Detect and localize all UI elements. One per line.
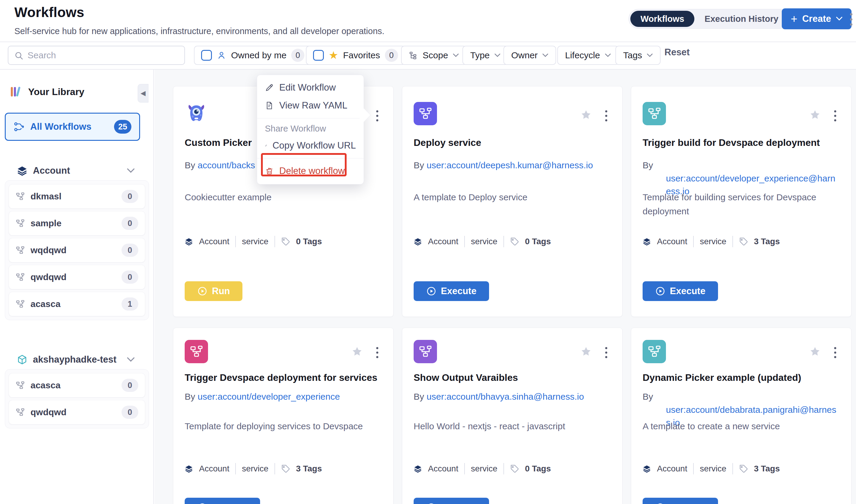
filter-favorites[interactable]: ★ Favorites 0 (306, 46, 405, 65)
sidebar-item-qwdqwd[interactable]: qwdqwd 0 (9, 265, 145, 289)
card-action-button[interactable]: Run (185, 281, 242, 301)
view-toggle: Workflows Execution History (629, 9, 790, 29)
card-footer: Account service 0 Tags (414, 236, 611, 247)
card-footer: Account service 0 Tags (185, 236, 382, 247)
author-link[interactable]: account/backs (198, 160, 255, 170)
card-scope: Account (428, 464, 458, 473)
create-button[interactable]: + Create (782, 8, 852, 29)
page-subtitle: Self-service hub for new applications, i… (14, 26, 384, 36)
filter-owned-by-me[interactable]: Owned by me 0 (194, 46, 312, 65)
filter-dropdown-scope[interactable]: Scope (401, 46, 467, 65)
tab-workflows[interactable]: Workflows (630, 11, 695, 27)
all-workflows-label: All Workflows (30, 121, 109, 132)
reset-button[interactable]: Reset (665, 47, 689, 58)
filter-dropdown-tags[interactable]: Tags (615, 46, 661, 65)
author-link[interactable]: user:account/deepesh.kumar@harness.io (427, 160, 593, 170)
checkbox[interactable] (201, 50, 212, 61)
favorite-star-icon[interactable] (809, 109, 821, 121)
by-prefix: By (414, 160, 424, 170)
card-description: Template for building services for Devsp… (643, 191, 839, 218)
header-kebab-menu[interactable] (850, 13, 852, 26)
card-action-button[interactable]: Execute (414, 498, 489, 504)
sidebar-group-header[interactable]: Account (0, 161, 154, 180)
card-action-button[interactable]: Execute (643, 498, 718, 504)
person-icon (217, 51, 226, 60)
sidebar-item-acasca[interactable]: acasca 1 (9, 292, 145, 316)
card-kebab-menu[interactable] (833, 346, 837, 359)
divider (274, 236, 275, 247)
author-link[interactable]: user:account/bhavya.sinha@harness.io (427, 392, 584, 401)
menu-item-edit-workflow[interactable]: Edit Workflow (257, 78, 364, 96)
favorite-star-icon[interactable] (580, 346, 592, 357)
workflow-card-5[interactable]: Show Output Varaibles By user:account/bh… (402, 328, 622, 504)
chevron-down-icon (605, 54, 611, 57)
search-input[interactable] (28, 47, 177, 64)
menu-item-view-raw-yaml[interactable]: View Raw YAML (257, 96, 364, 114)
filter-dropdown-owner[interactable]: Owner (503, 46, 556, 65)
tag-icon (281, 237, 290, 246)
card-description: Template for deploying services to Devsp… (185, 419, 381, 433)
divider (274, 463, 275, 474)
scope-icon (409, 51, 418, 60)
checkbox[interactable] (313, 50, 324, 61)
author-link[interactable]: user:account/developer_experience (198, 392, 340, 401)
workflow-card-2[interactable]: Deploy service By user:account/deepesh.k… (402, 86, 622, 317)
play-circle-icon (655, 286, 665, 296)
card-title: Dynamic Picker example (updated) (643, 372, 838, 383)
dropdown-label: Lifecycle (565, 50, 600, 60)
sidebar-item-all-workflows[interactable]: All Workflows 25 (5, 113, 140, 141)
trash-icon (265, 166, 274, 176)
favorite-star-icon[interactable] (352, 346, 363, 357)
sidebar-group-account: Account dkmasl 0 sample 0 wqdqwd 0 qwdqw… (0, 161, 154, 320)
workflow-card-3[interactable]: Trigger build for Devspace deployment By… (631, 86, 852, 317)
layers-icon (643, 237, 651, 246)
card-footer: Account service 3 Tags (185, 463, 382, 474)
chevron-down-icon (647, 54, 653, 57)
chevron-down-icon (127, 357, 135, 362)
layers-icon (414, 237, 422, 246)
card-type: service (242, 237, 269, 246)
card-action-button[interactable]: Execute (414, 281, 489, 301)
org-chart-icon (16, 272, 25, 282)
filter-dropdown-lifecycle[interactable]: Lifecycle (557, 46, 619, 65)
sidebar-item-acasca[interactable]: acasca 0 (9, 373, 145, 398)
divider (693, 463, 694, 474)
menu-item-copy-workflow-url[interactable]: Copy Workflow URL (257, 137, 364, 155)
favorite-star-icon[interactable] (580, 109, 592, 121)
card-action-label: Execute (441, 286, 477, 296)
card-kebab-menu[interactable] (375, 346, 379, 359)
card-author: By user:account/developer_experience (185, 390, 380, 403)
filter-dropdown-type[interactable]: Type (462, 46, 508, 65)
workflow-icon (414, 340, 437, 363)
owned-by-me-label: Owned by me (231, 50, 287, 60)
card-kebab-menu[interactable] (604, 346, 609, 359)
sidebar-group-header[interactable]: akshayphadke-test (0, 350, 154, 369)
sidebar-item-dkmasl[interactable]: dkmasl 0 (9, 184, 145, 209)
sidebar-collapse-button[interactable]: ◀ (138, 84, 149, 103)
play-circle-icon (197, 503, 207, 504)
sidebar-item-wqdqwd[interactable]: wqdqwd 0 (9, 238, 145, 263)
play-circle-icon (655, 503, 665, 504)
card-scope: Account (657, 464, 687, 473)
workflow-card-6[interactable]: Dynamic Picker example (updated) By user… (631, 328, 852, 504)
sidebar-item-qwdqwd[interactable]: qwdqwd 0 (9, 400, 145, 425)
card-action-button[interactable]: Execute (643, 281, 718, 301)
menu-divider (257, 158, 364, 159)
card-scope: Account (199, 464, 229, 473)
by-prefix: By (185, 392, 195, 401)
card-kebab-menu[interactable] (604, 109, 609, 123)
divider (503, 236, 504, 247)
card-kebab-menu[interactable] (833, 109, 837, 123)
sidebar-item-label: wqdqwd (31, 245, 116, 255)
sidebar-item-sample[interactable]: sample 0 (9, 211, 145, 236)
workflow-card-4[interactable]: Trigger Devspace deployment for services… (173, 328, 394, 504)
menu-item-delete-workflow[interactable]: Delete workflow (257, 162, 364, 180)
favorite-star-icon[interactable] (809, 346, 821, 357)
sidebar-item-label: dkmasl (31, 191, 116, 201)
card-type: service (700, 464, 726, 473)
card-title: Deploy service (414, 137, 609, 148)
card-action-label: Execute (212, 502, 247, 504)
card-action-button[interactable]: Execute (185, 498, 260, 504)
card-kebab-menu[interactable] (375, 109, 379, 123)
tab-execution-history[interactable]: Execution History (695, 11, 789, 27)
